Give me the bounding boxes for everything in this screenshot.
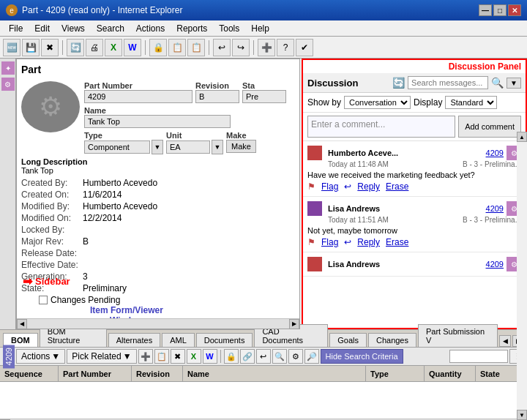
delete-row-btn[interactable]: ✖: [171, 349, 185, 364]
state-label: Sta: [242, 81, 286, 90]
add-row-btn[interactable]: ➕: [138, 349, 153, 364]
discussion-menu-btn[interactable]: ▼: [507, 78, 521, 89]
unit-field: Unit ▼: [166, 131, 223, 154]
menu-edit[interactable]: Edit: [29, 22, 56, 35]
comment-2-info: Lisa Andrews 4209 ⚙ Today at 11:51 AM B …: [328, 201, 521, 224]
comment-1-flag[interactable]: Flag: [321, 181, 338, 192]
tab-left-btn[interactable]: ◀: [499, 335, 511, 347]
name-input[interactable]: [84, 115, 231, 128]
tab-aml[interactable]: AML: [162, 333, 195, 347]
comment-2-flag[interactable]: Flag: [321, 237, 338, 247]
pick-related-dropdown[interactable]: Pick Related ▼: [67, 349, 136, 364]
check-button[interactable]: ✔: [296, 39, 313, 56]
discussion-search-input[interactable]: [408, 76, 488, 89]
menu-search[interactable]: Search: [91, 22, 130, 35]
delete-button[interactable]: ✖: [41, 39, 59, 56]
scroll-right-btn[interactable]: ▶: [289, 319, 299, 329]
add-button[interactable]: ➕: [258, 39, 275, 56]
find-btn[interactable]: 🔎: [304, 349, 319, 364]
main-toolbar: 🆕 💾 ✖ 🔄 🖨 X W 🔒 📋 📋 ↩ ↪ ➕ ? ✔: [0, 37, 527, 59]
copy-row-btn[interactable]: 📋: [154, 349, 169, 364]
comment-2-reply[interactable]: Reply: [357, 237, 380, 247]
comment-1-link[interactable]: 4209: [486, 149, 504, 157]
meta-major-rev: Major Rev: B: [21, 236, 295, 247]
excel-export-btn[interactable]: X: [187, 349, 201, 364]
undo-row-btn[interactable]: ↩: [256, 349, 271, 364]
filter-btn[interactable]: ⚙: [288, 349, 303, 364]
search-btn[interactable]: 🔍: [272, 349, 287, 364]
tab-part-submission[interactable]: Part Submission V: [418, 324, 498, 347]
lock-row-btn[interactable]: 🔒: [224, 349, 239, 364]
comment-1-header: Humberto Aceve... 4209 ⚙ Today at 11:48 …: [307, 146, 521, 168]
menu-views[interactable]: Views: [56, 22, 91, 35]
lock-button[interactable]: 🔒: [149, 39, 167, 56]
th-revision[interactable]: Revision: [132, 366, 183, 381]
close-button[interactable]: ✕: [508, 4, 521, 16]
type-dropdown-btn[interactable]: ▼: [152, 140, 163, 154]
link-btn[interactable]: 🔗: [240, 349, 255, 364]
name-label: Name: [84, 106, 295, 115]
changes-pending-checkbox[interactable]: [39, 296, 48, 304]
paste-button[interactable]: 📋: [187, 39, 205, 56]
new-button[interactable]: 🆕: [3, 39, 20, 56]
sidebar-icon-top[interactable]: ✦: [1, 61, 15, 75]
tab-changes[interactable]: Changes: [368, 333, 416, 347]
undo-button[interactable]: ↩: [213, 39, 231, 56]
menu-help[interactable]: Help: [245, 22, 275, 35]
comment-2-link[interactable]: 4209: [486, 204, 504, 213]
state-input[interactable]: [242, 90, 286, 103]
redo-button[interactable]: ↪: [232, 39, 250, 56]
menu-file[interactable]: File: [3, 22, 29, 35]
th-type[interactable]: Type: [366, 366, 425, 381]
type-input[interactable]: [84, 140, 150, 154]
generation-value: 3: [83, 271, 88, 282]
tab-alternates[interactable]: Alternates: [108, 333, 161, 347]
refresh-discussion-icon[interactable]: 🔄: [392, 77, 405, 89]
vert-tab-4209[interactable]: 4209: [3, 345, 15, 368]
menu-actions[interactable]: Actions: [130, 22, 171, 35]
scroll-up-btn[interactable]: ▲: [517, 132, 527, 142]
refresh-button[interactable]: 🔄: [67, 39, 84, 56]
empty-table: [0, 382, 527, 419]
actions-dropdown[interactable]: Actions ▼: [16, 349, 65, 364]
comment-1-info: Humberto Aceve... 4209 ⚙ Today at 11:48 …: [328, 146, 521, 168]
search-input[interactable]: [449, 350, 508, 363]
th-part-number[interactable]: Part Number: [59, 366, 132, 381]
discussion-search-icon[interactable]: 🔍: [491, 77, 504, 89]
word-export-btn[interactable]: W: [203, 349, 217, 364]
save-button[interactable]: 💾: [22, 39, 40, 56]
comment-3-link[interactable]: 4209: [486, 260, 504, 269]
scroll-down-btn[interactable]: ▼: [517, 410, 527, 420]
make-button[interactable]: Make: [226, 140, 256, 153]
menu-reports[interactable]: Reports: [171, 22, 213, 35]
revision-input[interactable]: [195, 90, 239, 103]
add-comment-button[interactable]: Add comment: [458, 116, 521, 138]
tab-documents[interactable]: Documents: [196, 333, 253, 347]
th-quantity[interactable]: Quantity: [425, 366, 476, 381]
show-by-select[interactable]: Conversation: [344, 96, 411, 109]
display-select[interactable]: Standard: [445, 96, 497, 109]
comment-1-reply[interactable]: Reply: [357, 181, 380, 192]
unit-input-row: ▼: [166, 140, 223, 154]
sidebar-icon-gear[interactable]: ⚙: [1, 78, 15, 91]
word-button[interactable]: W: [124, 39, 141, 56]
excel-button[interactable]: X: [105, 39, 122, 56]
comment-2-meta-row: Lisa Andrews 4209 ⚙: [328, 201, 521, 216]
unit-dropdown-btn[interactable]: ▼: [212, 140, 223, 154]
unit-input[interactable]: [166, 140, 210, 154]
help-button[interactable]: ?: [277, 39, 294, 56]
print-button[interactable]: 🖨: [86, 39, 103, 56]
minimize-button[interactable]: —: [479, 4, 492, 16]
tab-goals[interactable]: Goals: [329, 333, 367, 347]
display-label: Display: [414, 97, 442, 108]
comment-2-erase[interactable]: Erase: [386, 237, 408, 247]
comment-input-placeholder[interactable]: Enter a comment...: [307, 116, 455, 138]
th-name[interactable]: Name: [183, 366, 366, 381]
scroll-left-btn[interactable]: ◀: [17, 319, 27, 329]
menu-tools[interactable]: Tools: [213, 22, 245, 35]
comment-1-erase[interactable]: Erase: [386, 181, 408, 192]
part-number-input[interactable]: [84, 90, 193, 103]
maximize-button[interactable]: □: [493, 4, 507, 16]
copy-button[interactable]: 📋: [168, 39, 186, 56]
hide-search-criteria-btn[interactable]: Hide Search Criteria: [321, 349, 403, 364]
